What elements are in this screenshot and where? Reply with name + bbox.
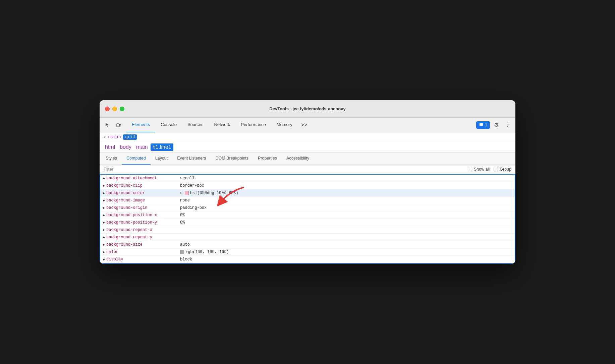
expand-arrow[interactable]: ▶ [103,235,105,239]
panel-tab-accessibility[interactable]: Accessibility [282,153,314,165]
dom-tag: ‹main› [107,135,122,139]
prop-value: block [180,257,192,262]
dom-tag-arrow: ▾ [104,135,106,140]
table-row[interactable]: ▶ background-repeat-y [100,234,515,241]
panel-tab-computed[interactable]: Computed [122,153,151,165]
table-row[interactable]: ▶ background-clip border-box [100,182,515,189]
tab-network[interactable]: Network [209,118,236,132]
prop-value-container: 0% [180,220,185,225]
prop-value-container: padding-box [180,205,207,210]
tab-performance[interactable]: Performance [235,118,271,132]
maximize-button[interactable] [120,107,124,111]
prop-value: none [180,198,190,203]
prop-value: auto [180,242,190,247]
prop-value: hsl(350deg 100% 88%) [190,191,238,195]
panel-tab-event-listeners[interactable]: Event Listeners [172,153,211,165]
title-bar: DevTools - jec.fyi/demo/cds-anchovy [100,100,515,118]
color-swatch[interactable] [180,250,184,254]
prop-value-container: none [180,198,190,203]
prop-value: 0% [180,220,185,225]
breadcrumb-html[interactable]: html [103,143,117,151]
prop-value-container: auto [180,242,190,247]
filter-options: Show all Group [468,167,511,172]
table-row[interactable]: ▶ background-position-x 0% [100,211,515,219]
breadcrumb-h1[interactable]: h1.line1 [151,143,173,151]
table-row[interactable]: ▶ background-image none [100,197,515,204]
group-checkbox[interactable] [494,167,498,171]
prop-value-container: ↻hsl(350deg 100% 88%) [180,191,238,195]
prop-value: 0% [180,213,185,218]
breadcrumb-main[interactable]: main [134,143,150,151]
expand-arrow[interactable]: ▶ [103,221,105,225]
minimize-button[interactable] [112,107,117,111]
expand-arrow[interactable]: ▶ [103,228,105,232]
prop-name: color [106,250,180,254]
svg-rect-1 [119,124,121,126]
expand-arrow[interactable]: ▶ [103,198,105,202]
prop-value-container: border-box [180,183,204,188]
device-toggle-button[interactable] [114,120,124,130]
prop-name: background-origin [106,205,180,210]
expand-arrow[interactable]: ▶ [103,250,105,254]
properties-wrapper: ▶ background-attachment scroll ▶ backgro… [100,174,515,264]
prop-name: background-position-y [106,220,180,225]
prop-value: border-box [180,183,204,188]
prop-name: background-repeat-x [106,228,180,232]
prop-name: background-repeat-y [106,235,180,240]
color-swatch[interactable] [185,191,189,195]
prop-name: display [106,257,180,262]
inspect-button[interactable] [102,120,112,130]
more-tabs-button[interactable]: >> [299,120,309,130]
expand-arrow[interactable]: ▶ [103,184,105,188]
more-options-button[interactable]: ⋮ [503,120,513,130]
tab-console[interactable]: Console [155,118,182,132]
prop-name: background-color [106,191,180,195]
expand-arrow[interactable]: ▶ [103,206,105,210]
panel-tab-dom-breakpoints[interactable]: DOM Breakpoints [211,153,253,165]
tab-elements[interactable]: Elements [126,118,155,132]
tab-memory[interactable]: Memory [271,118,298,132]
expand-arrow[interactable]: ▶ [103,191,105,195]
table-row[interactable]: ▶ color rgb(169, 169, 169) [100,248,515,256]
table-row[interactable]: ▶ background-size auto [100,241,515,248]
table-row[interactable]: ▶ background-attachment scroll [100,175,515,182]
computed-properties-list: ▶ background-attachment scroll ▶ backgro… [100,174,515,264]
prop-value: padding-box [180,205,207,210]
table-row[interactable]: ▶ background-repeat-x [100,226,515,234]
element-breadcrumb: html body main h1.line1 [100,142,515,153]
show-all-checkbox[interactable] [468,167,472,171]
expand-arrow[interactable]: ▶ [103,213,105,217]
filter-input[interactable] [104,167,465,172]
panel-tab-properties[interactable]: Properties [253,153,282,165]
table-row[interactable]: ▶ background-position-y 0% [100,219,515,226]
tab-sources[interactable]: Sources [182,118,209,132]
devtools-right-icons: 1 ⚙ ⋮ [476,120,513,130]
table-row[interactable]: ▶ display block [100,256,515,263]
devtools-tab-bar: Elements Console Sources Network Perform… [100,118,515,132]
table-row[interactable]: ▶ background-color ↻hsl(350deg 100% 88%) [100,189,515,197]
prop-value-container: rgb(169, 169, 169) [180,250,229,254]
table-row[interactable]: ▶ background-origin padding-box [100,204,515,211]
traffic-lights [105,107,124,111]
show-all-label[interactable]: Show all [468,167,490,172]
prop-name: background-size [106,242,180,247]
chat-badge-button[interactable]: 1 [476,121,490,129]
expand-arrow[interactable]: ▶ [103,257,105,261]
settings-button[interactable]: ⚙ [491,120,501,130]
panel-tab-layout[interactable]: Layout [151,153,173,165]
svg-rect-0 [117,124,119,127]
expand-arrow[interactable]: ▶ [103,176,105,180]
prop-value: rgb(169, 169, 169) [185,250,229,254]
prop-value-container: 0% [180,213,185,218]
computed-icon: ↻ [180,191,182,195]
prop-value-container: scroll [180,176,194,181]
prop-name: background-image [106,198,180,203]
filter-bar: Show all Group [100,165,515,174]
dom-breadcrumb-bar: ▾ ‹main› grid [100,132,515,142]
breadcrumb-body[interactable]: body [118,143,133,151]
close-button[interactable] [105,107,110,111]
panel-tab-styles[interactable]: Styles [101,153,122,165]
expand-arrow[interactable]: ▶ [103,243,105,247]
prop-value: scroll [180,176,194,181]
group-label[interactable]: Group [494,167,511,172]
